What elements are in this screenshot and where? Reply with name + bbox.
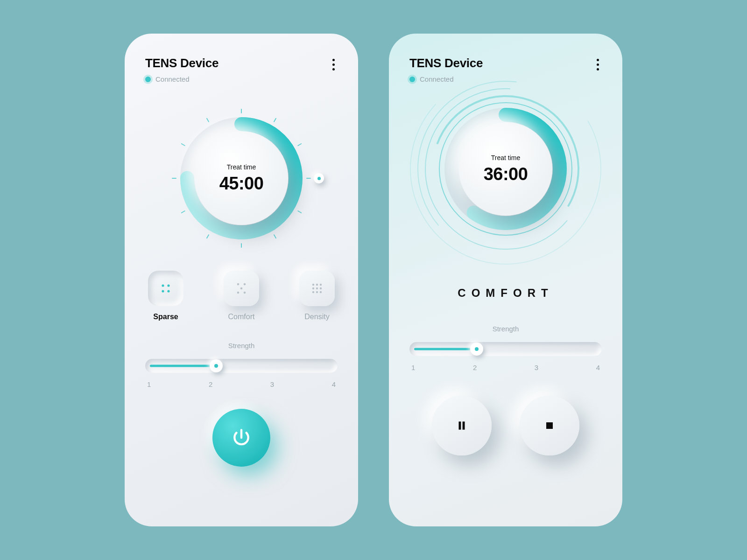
slider-mark: 2 <box>473 364 477 371</box>
dial-time-value: 45:00 <box>219 174 264 194</box>
timer-dial[interactable]: Treat time 36:00 <box>409 94 602 262</box>
slider-thumb[interactable] <box>470 343 483 356</box>
power-row <box>145 409 338 467</box>
mode-button-comfort[interactable] <box>224 271 259 306</box>
connection-dot-icon <box>145 77 151 82</box>
svg-point-22 <box>244 292 246 294</box>
strength-label: Strength <box>145 342 338 350</box>
screen-setup: TENS Device Connected <box>125 34 358 526</box>
mode-button-sparse[interactable] <box>148 271 183 306</box>
dial-knob: Treat time 36:00 <box>459 122 552 216</box>
slider-thumb[interactable] <box>210 359 223 372</box>
svg-point-30 <box>316 291 318 293</box>
slider-mark: 3 <box>270 380 274 388</box>
power-icon <box>231 427 252 448</box>
mode-label-comfort: Comfort <box>228 313 255 321</box>
strength-label: Strength <box>409 325 602 333</box>
svg-point-28 <box>320 287 322 289</box>
pause-button[interactable] <box>432 396 492 455</box>
svg-point-24 <box>316 284 318 286</box>
dial-time-value: 36:00 <box>484 164 528 184</box>
slider-mark: 4 <box>596 364 600 371</box>
stop-icon <box>544 420 555 431</box>
strength-slider[interactable] <box>409 342 602 356</box>
mode-sparse: Sparse <box>148 271 183 321</box>
svg-point-16 <box>162 290 164 292</box>
strength-slider[interactable] <box>145 359 338 373</box>
svg-rect-40 <box>463 421 465 429</box>
slider-marks: 1 2 3 4 <box>145 380 338 388</box>
density-icon <box>310 281 324 295</box>
slider-mark: 3 <box>535 364 538 371</box>
timer-dial[interactable]: Treat time 45:00 <box>145 104 338 253</box>
more-menu-icon[interactable] <box>330 56 338 73</box>
mode-comfort: Comfort <box>224 271 259 321</box>
slider-marks: 1 2 3 4 <box>409 364 602 371</box>
dial-label: Treat time <box>491 154 521 161</box>
screen-running: TENS Device Connected <box>389 34 622 526</box>
mode-density: Density <box>299 271 335 321</box>
dial-label: Treat time <box>227 163 256 171</box>
svg-point-31 <box>320 291 322 293</box>
mode-selector: Sparse Comfort Density <box>145 271 338 321</box>
svg-point-25 <box>320 284 322 286</box>
mode-label-density: Density <box>304 313 329 321</box>
strength-slider-block: Strength 1 2 3 4 <box>145 342 338 388</box>
dial-handle[interactable] <box>314 173 324 183</box>
svg-point-29 <box>312 291 314 293</box>
connection-status: Connected <box>145 75 218 83</box>
slider-mark: 2 <box>209 380 212 388</box>
svg-rect-41 <box>546 422 553 429</box>
device-title: TENS Device <box>145 56 218 70</box>
connection-status-text: Connected <box>155 75 190 83</box>
svg-point-20 <box>240 287 243 290</box>
sparse-icon <box>159 282 172 295</box>
svg-point-15 <box>167 284 169 287</box>
mode-button-density[interactable] <box>299 271 335 306</box>
svg-point-23 <box>312 284 314 286</box>
svg-point-17 <box>167 290 169 292</box>
svg-point-21 <box>237 292 240 294</box>
svg-point-14 <box>162 284 164 287</box>
playback-controls <box>409 396 602 455</box>
power-button[interactable] <box>212 409 270 467</box>
svg-point-18 <box>237 283 240 286</box>
svg-point-27 <box>316 287 318 289</box>
slider-mark: 1 <box>411 364 415 371</box>
pause-icon <box>456 420 468 432</box>
active-mode-label: COMFORT <box>409 287 602 300</box>
dial-knob: Treat time 45:00 <box>195 132 288 225</box>
svg-rect-39 <box>459 421 461 429</box>
svg-point-26 <box>312 287 314 289</box>
stop-button[interactable] <box>520 396 579 455</box>
slider-mark: 4 <box>332 380 336 388</box>
svg-point-19 <box>244 283 246 286</box>
slider-fill <box>414 348 477 350</box>
header: TENS Device Connected <box>145 56 338 83</box>
slider-mark: 1 <box>147 380 151 388</box>
slider-fill <box>150 365 216 367</box>
comfort-icon <box>234 281 248 295</box>
strength-slider-block: Strength 1 2 3 4 <box>409 325 602 371</box>
mode-label-sparse: Sparse <box>153 313 178 321</box>
